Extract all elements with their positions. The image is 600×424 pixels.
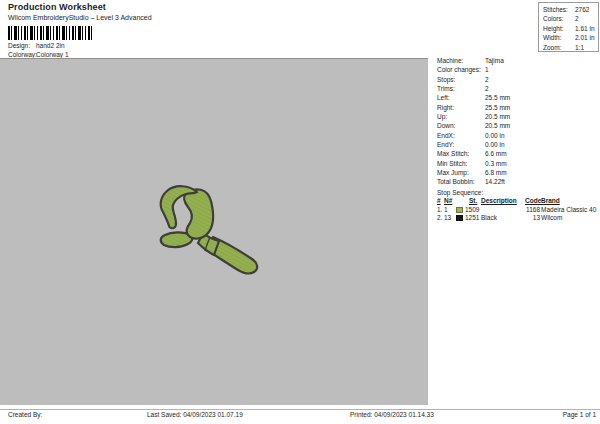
colorway-value: Colorway 1 bbox=[36, 51, 69, 58]
cell-needle: 13 bbox=[444, 214, 456, 223]
info-value: 14.22ft bbox=[485, 177, 599, 186]
info-up: Up:20.5 mm bbox=[435, 112, 599, 121]
stop-sequence-table: # N# St. Description Code Brand 1. 1 150… bbox=[435, 197, 599, 223]
info-total-bobbin: Total Bobbin:14.22ft bbox=[435, 177, 599, 186]
footer-last-saved: Last Saved: 04/09/2023 01.07.19 bbox=[147, 411, 243, 418]
footer-printed: Printed: 04/09/2023 01.14.33 bbox=[350, 411, 434, 418]
header-code: Code bbox=[525, 197, 541, 206]
info-endy: EndY:0.00 in bbox=[435, 140, 599, 149]
info-value: 25.5 mm bbox=[485, 93, 599, 102]
info-min-stitch: Min Stitch:0.3 mm bbox=[435, 159, 599, 168]
info-label: Up: bbox=[437, 112, 485, 121]
info-color-changes: Color changes:1 bbox=[435, 65, 599, 74]
header-needle: N# bbox=[444, 197, 456, 206]
cell-brand: Madeira Classic 40 bbox=[541, 206, 599, 215]
app-subtitle: Wilcom EmbroideryStudio – Level 3 Advanc… bbox=[8, 14, 152, 21]
cell-brand: Wilcom bbox=[541, 214, 599, 223]
stat-value: 2.01 in bbox=[575, 33, 598, 42]
info-value: 2 bbox=[485, 84, 599, 93]
info-value: 0.3 mm bbox=[485, 159, 599, 168]
stop-sequence-label: Stop Sequence: bbox=[435, 188, 599, 197]
stat-label: Width: bbox=[543, 33, 575, 42]
info-value: 6.6 mm bbox=[485, 149, 599, 158]
stat-label: Height: bbox=[543, 24, 575, 33]
footer-page-number: Page 1 of 1 bbox=[563, 411, 596, 418]
info-label: Min Stitch: bbox=[437, 159, 485, 168]
info-machine: Machine:Tajima bbox=[435, 56, 599, 65]
stat-width: Width:2.01 in bbox=[543, 33, 598, 42]
info-label: Trims: bbox=[437, 84, 485, 93]
info-left: Left:25.5 mm bbox=[435, 93, 599, 102]
info-value: 1 bbox=[485, 65, 599, 74]
cell-description bbox=[481, 206, 525, 215]
info-value: 2 bbox=[485, 75, 599, 84]
info-stops: Stops:2 bbox=[435, 75, 599, 84]
hand-palm-shape bbox=[184, 189, 213, 238]
design-barcode bbox=[8, 26, 93, 40]
info-label: Left: bbox=[437, 93, 485, 102]
info-right: Right:25.5 mm bbox=[435, 103, 599, 112]
stat-value: 1:1 bbox=[575, 43, 598, 52]
info-value: 6.8 mm bbox=[485, 168, 599, 177]
info-value: 0.00 in bbox=[485, 140, 599, 149]
stat-zoom: Zoom:1:1 bbox=[543, 43, 598, 52]
stop-sequence-row: 2. 13 1251 Black 13 Wilcom bbox=[435, 214, 599, 223]
cell-code: 13 bbox=[525, 214, 541, 223]
stop-sequence-header-row: # N# St. Description Code Brand bbox=[435, 197, 599, 206]
colorway-label: Colorway: bbox=[8, 51, 36, 58]
info-label: Stops: bbox=[437, 75, 485, 84]
info-label: Down: bbox=[437, 121, 485, 130]
info-value: 25.5 mm bbox=[485, 103, 599, 112]
stat-label: Zoom: bbox=[543, 43, 575, 52]
info-value: 0.00 in bbox=[485, 131, 599, 140]
header-st: St. bbox=[456, 197, 481, 206]
info-endx: EndX:0.00 in bbox=[435, 131, 599, 140]
info-label: Machine: bbox=[437, 56, 485, 65]
cell-st: 1251 bbox=[456, 214, 481, 223]
cell-needle: 1 bbox=[444, 206, 456, 215]
stat-label: Colors: bbox=[543, 14, 575, 23]
production-worksheet-page: Production Worksheet Wilcom EmbroiderySt… bbox=[0, 0, 600, 424]
info-label: Right: bbox=[437, 103, 485, 112]
info-label: Max Stitch: bbox=[437, 149, 485, 158]
info-label: EndX: bbox=[437, 131, 485, 140]
header-brand: Brand bbox=[541, 197, 599, 206]
thread-color-swatch bbox=[456, 215, 463, 221]
info-max-stitch: Max Stitch:6.6 mm bbox=[435, 149, 599, 158]
stat-value: 1.61 in bbox=[575, 24, 598, 33]
stat-value: 2762 bbox=[575, 5, 598, 14]
info-value: 20.5 mm bbox=[485, 121, 599, 130]
info-label: Color changes: bbox=[437, 65, 485, 74]
design-canvas bbox=[0, 58, 428, 405]
design-row: Design:hand2 2in bbox=[8, 42, 65, 49]
machine-info-panel: Machine:Tajima Color changes:1 Stops:2 T… bbox=[435, 56, 599, 223]
info-label: Max Jump: bbox=[437, 168, 485, 177]
design-stats-box: Stitches:2762 Colors:2 Height:1.61 in Wi… bbox=[538, 2, 599, 52]
thread-color-swatch bbox=[456, 207, 463, 213]
page-title: Production Worksheet bbox=[8, 2, 106, 12]
stat-height: Height:1.61 in bbox=[543, 24, 598, 33]
cell-num: 2. bbox=[437, 214, 444, 223]
cell-description: Black bbox=[481, 214, 525, 223]
stat-colors: Colors:2 bbox=[543, 14, 598, 23]
stat-label: Stitches: bbox=[543, 5, 575, 14]
cell-st: 1509 bbox=[456, 206, 481, 215]
footer-divider bbox=[0, 409, 600, 410]
header-description: Description bbox=[481, 197, 525, 206]
info-trims: Trims:2 bbox=[435, 84, 599, 93]
colorway-row: Colorway:Colorway 1 bbox=[8, 51, 69, 58]
info-label: EndY: bbox=[437, 140, 485, 149]
footer-created-by: Created By: bbox=[8, 411, 42, 418]
stop-sequence-row: 1. 1 1509 1168 Madeira Classic 40 bbox=[435, 206, 599, 215]
cell-num: 1. bbox=[437, 206, 444, 215]
info-value: Tajima bbox=[485, 56, 599, 65]
info-down: Down:20.5 mm bbox=[435, 121, 599, 130]
design-label: Design: bbox=[8, 42, 36, 49]
header-num: # bbox=[437, 197, 444, 206]
stat-stitches: Stitches:2762 bbox=[543, 5, 598, 14]
info-label: Total Bobbin: bbox=[437, 177, 485, 186]
cell-st-number: 1509 bbox=[465, 206, 479, 213]
cell-code: 1168 bbox=[525, 206, 541, 215]
stat-value: 2 bbox=[575, 14, 598, 23]
hand-design-image bbox=[155, 181, 265, 281]
